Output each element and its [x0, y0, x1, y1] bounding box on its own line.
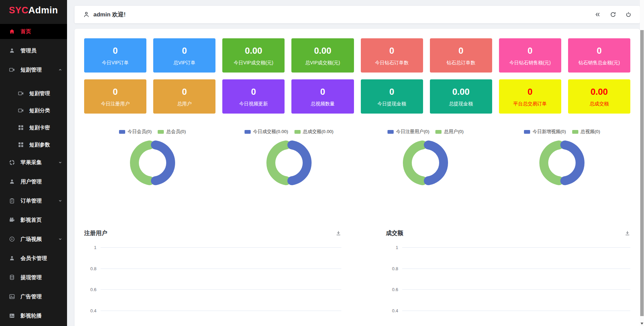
sidebar-item-apple-collect[interactable]: 苹果采集: [0, 155, 67, 170]
sidebar-item-users[interactable]: 用户管理: [0, 174, 67, 189]
stat-value: 0: [182, 46, 187, 55]
donut-charts-row: 今日会员(0) 总会员(0) 今日成交额(0.00): [84, 129, 630, 189]
play-circle-icon: [9, 236, 15, 242]
sidebar-item-shortdrama-manage[interactable]: 短剧管理: [0, 87, 67, 100]
gridline-row: 0.8: [386, 258, 630, 279]
stat-label: 总VIP订单: [173, 60, 196, 65]
stat-value: 0: [182, 87, 187, 96]
y-axis-tick: 0.6: [84, 287, 96, 292]
stat-label: 今日钻石销售额(元): [509, 60, 551, 65]
chevron-down-icon: [58, 160, 62, 165]
gridline-row: 1: [84, 237, 341, 258]
legend-swatch: [524, 130, 530, 134]
user-icon: [9, 48, 15, 54]
power-icon[interactable]: [625, 11, 632, 18]
sidebar-item-label: 管理员: [21, 47, 37, 54]
stat-card: 0 总视频数量: [291, 79, 354, 114]
gridline: [101, 269, 341, 269]
donut-chart-registrations: 今日注册用户(0) 总用户(0): [357, 129, 494, 189]
legend-item[interactable]: 今日会员(0): [119, 129, 152, 135]
chart-title: 成交额: [386, 229, 403, 237]
sidebar-item-shortdrama-params[interactable]: 短剧参数: [0, 138, 67, 152]
chart-legend: 今日成交额(0.00) 总成交额(0.00): [245, 129, 333, 135]
sidebar-item-shortdrama[interactable]: 短剧管理: [0, 62, 67, 77]
stat-value: 0.00: [245, 46, 262, 55]
grid-icon: [18, 142, 24, 148]
stat-label: 今日VIP成交额(元): [234, 60, 273, 65]
stat-label: 总用户: [177, 101, 192, 106]
sidebar-item-plaza-video[interactable]: 广场视频: [0, 232, 67, 247]
video-icon: [9, 67, 15, 73]
sidebar-item-label: 苹果采集: [21, 159, 42, 166]
stat-value: 0: [113, 46, 118, 55]
stat-value: 0: [528, 87, 533, 96]
chart-plot-area: 1 0.8 0.6 0.4: [84, 237, 341, 321]
sidebar-item-label: 广场视频: [21, 236, 42, 243]
clipboard-icon: [9, 198, 15, 204]
sidebar-item-label: 广告管理: [21, 293, 42, 300]
chart-title: 注册用户: [84, 229, 107, 237]
chart-header: 成交额: [386, 229, 630, 237]
stat-card: 0.00 总提现金额: [430, 79, 492, 114]
stat-label: 钻石销售总金额(元): [578, 60, 620, 65]
chevron-down-icon: [58, 237, 62, 241]
download-icon[interactable]: [625, 230, 630, 236]
photo-icon: [9, 313, 15, 319]
scrollbar-down-arrow[interactable]: [641, 323, 643, 325]
logo-text-white: Admin: [28, 5, 58, 16]
legend-swatch: [158, 130, 164, 134]
sidebar-item-movie-carousel[interactable]: 影视轮播: [0, 308, 67, 323]
stat-label: 今日视频更新: [239, 101, 268, 106]
stat-card: 0 钻石总订单数: [430, 38, 492, 73]
legend-label: 总视频(0): [581, 129, 600, 135]
download-icon[interactable]: [336, 230, 341, 236]
sidebar-item-shortdrama-cardkey[interactable]: 短剧卡密: [0, 121, 67, 134]
sidebar-item-member-card[interactable]: 会员卡管理: [0, 251, 67, 266]
double-arrow-left-icon[interactable]: [594, 11, 601, 18]
stat-card: 0 钻石销售总金额(元): [568, 38, 630, 73]
user-icon: [9, 179, 15, 185]
sidebar-item-admins[interactable]: 管理员: [0, 43, 67, 58]
legend-item[interactable]: 今日注册用户(0): [387, 129, 430, 135]
vertical-scrollbar[interactable]: [640, 0, 644, 326]
stat-value: 0: [458, 46, 463, 55]
stat-card: 0 今日钻石销售额(元): [499, 38, 561, 73]
line-charts-row: 注册用户 1 0.8 0.6 0.4: [84, 229, 630, 321]
legend-item[interactable]: 今日新增视频(0): [524, 129, 566, 135]
movie-camera-icon: [9, 217, 15, 223]
gridline-row: 1: [386, 237, 630, 258]
gridline: [402, 247, 630, 248]
refresh-icon[interactable]: [610, 11, 616, 18]
top-bar-actions: [594, 11, 632, 18]
stat-label: 总VIP成交额(元): [305, 60, 340, 65]
gridline: [402, 289, 630, 290]
legend-item[interactable]: 今日成交额(0.00): [245, 129, 288, 135]
welcome-message: admin 欢迎!: [93, 11, 126, 18]
legend-swatch: [572, 130, 578, 134]
sidebar-item-home[interactable]: 首页: [0, 24, 67, 39]
legend-label: 总成交额(0.00): [303, 129, 333, 135]
scrollbar-thumb[interactable]: [640, 30, 644, 316]
sidebar-item-shortdrama-category[interactable]: 短剧分类: [0, 104, 67, 117]
stat-label: 总成交额: [590, 101, 609, 106]
sidebar-item-ads[interactable]: 广告管理: [0, 289, 67, 304]
stat-card: 0 今日钻石订单数: [361, 38, 423, 73]
sidebar-item-orders[interactable]: 订单管理: [0, 193, 67, 208]
legend-item[interactable]: 总会员(0): [158, 129, 186, 135]
stat-label: 钻石总订单数: [447, 60, 475, 65]
legend-label: 总用户(0): [444, 129, 463, 135]
stat-label: 今日钻石订单数: [375, 60, 409, 65]
stat-label: 今日提现金额: [378, 101, 406, 106]
chevron-up-icon: [58, 68, 62, 72]
sidebar-item-withdraw[interactable]: 提现管理: [0, 270, 67, 285]
legend-item[interactable]: 总视频(0): [572, 129, 600, 135]
sidebar-item-movie-home[interactable]: 影视首页: [0, 212, 67, 227]
sidebar-item-label: 短剧管理: [29, 90, 50, 97]
legend-item[interactable]: 总用户(0): [435, 129, 463, 135]
content-area: admin 欢迎! 0 今日VIP订单 0 总VIP订单 0.00 今日VIP成…: [67, 0, 640, 326]
legend-item[interactable]: 总成交额(0.00): [294, 129, 333, 135]
gridline: [402, 311, 630, 311]
legend-swatch: [294, 130, 301, 134]
donut-chart-videos: 今日新增视频(0) 总视频(0): [494, 129, 630, 189]
dashboard-panel: 0 今日VIP订单 0 总VIP订单 0.00 今日VIP成交额(元) 0.00…: [75, 29, 640, 326]
